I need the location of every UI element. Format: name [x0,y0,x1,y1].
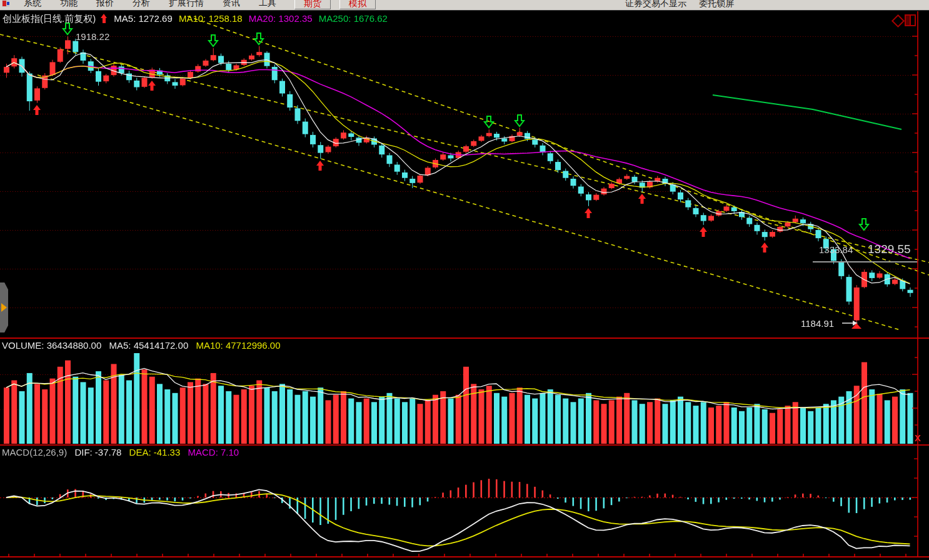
ma250-value: MA250: 1676.62 [319,13,388,24]
macd-name[interactable]: MACD(12,26,9) [2,447,67,458]
volume-value: VOLUME: 36434880.00 [2,340,101,351]
menu-button-simulate[interactable]: 模拟 [339,0,376,9]
volume-ma10-value: MA10: 47712996.00 [196,340,280,351]
ma5-value: MA5: 1272.69 [114,13,172,24]
high-price-label: 1918.22 [76,31,109,42]
menu-item-tools[interactable]: 工具 [249,0,286,9]
menu-note-trade-display: 证券交易不显示 [625,0,686,10]
instrument-title[interactable]: 创业板指(日线.前复权) [3,13,96,24]
level-price-label-a: 1333.84 [819,244,853,255]
menu-bar: 系统 功能 报价 分析 扩展行情 资讯 工具 期货 模拟 证券交易不显示 委托锁… [0,0,929,11]
trading-terminal-window: 系统 功能 报价 分析 扩展行情 资讯 工具 期货 模拟 证券交易不显示 委托锁… [0,0,929,560]
menu-item-analysis[interactable]: 分析 [123,0,159,9]
app-icon[interactable] [2,0,9,7]
menu-item-news[interactable]: 资讯 [213,0,249,9]
chart-header: 创业板指(日线.前复权) MA5: 1272.69 MA10: 1258.18 … [3,13,391,25]
menu-item-system[interactable]: 系统 [14,0,51,9]
ma20-value: MA20: 1302.35 [249,13,313,24]
split-window-icon[interactable] [905,14,916,26]
low-price-label: 1184.91 [801,318,834,329]
menu-button-futures[interactable]: 期货 [294,0,331,9]
chart-area[interactable] [0,0,929,560]
macd-macd-value: MACD: 7.10 [188,447,239,458]
panel-expand-handle[interactable] [0,282,8,332]
volume-ma5-value: MA5: 45414172.00 [109,340,188,351]
macd-dif-value: DIF: -37.78 [74,447,121,458]
ma10-value: MA10: 1258.18 [179,13,243,24]
volume-header: VOLUME: 36434880.00 MA5: 45414172.00 MA1… [2,340,286,351]
menu-item-function[interactable]: 功能 [51,0,87,9]
level-price-label-b: 1329.55 [868,242,911,256]
menu-item-extended-market[interactable]: 扩展行情 [159,0,213,9]
expand-arrow-icon [1,303,7,312]
up-arrow-icon [101,14,108,23]
panel-close-button[interactable]: X [915,432,921,443]
macd-dea-value: DEA: -41.33 [129,447,181,458]
menu-note-order-lock: 委托锁屏 [699,0,734,10]
menu-item-quotes[interactable]: 报价 [87,0,123,9]
macd-header: MACD(12,26,9) DIF: -37.78 DEA: -41.33 MA… [2,447,244,458]
